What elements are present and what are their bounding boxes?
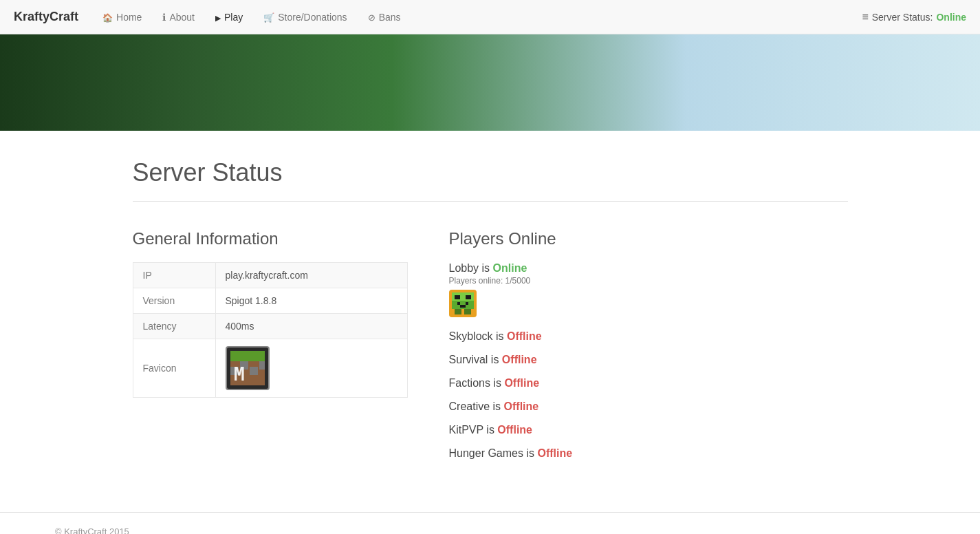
svg-rect-1 [230, 351, 265, 361]
footer: © KraftyCraft 2015 [0, 512, 980, 534]
hero-banner [0, 34, 980, 131]
favicon-image: M [226, 346, 270, 390]
content-columns: General Information IP play.kraftycraft.… [133, 229, 848, 471]
server-entry-hungergames: Hunger Games is Offline [449, 447, 848, 460]
factions-status: Offline [504, 377, 539, 389]
nav-item-play[interactable]: Play [205, 0, 253, 34]
title-divider [133, 201, 848, 202]
nav-label-about: About [169, 12, 195, 23]
server-entry-survival: Survival is Offline [449, 354, 848, 366]
server-entry-lobby: Lobby is Online Players online: 1/5000 [449, 262, 848, 319]
server-entry-kitpvp: KitPVP is Offline [449, 424, 848, 436]
svg-rect-17 [464, 309, 471, 314]
status-label: Server Status: [872, 12, 933, 23]
nav-label-play: Play [224, 12, 243, 23]
nav-item-home[interactable]: Home [92, 0, 152, 34]
table-row-latency: Latency 400ms [133, 314, 407, 339]
brand-logo[interactable]: KraftyCraft [14, 10, 78, 24]
page-title: Server Status [133, 158, 848, 187]
nav-label-store: Store/Donations [278, 12, 347, 23]
lobby-name: Lobby is Online [449, 262, 848, 275]
players-online-section: Players Online Lobby is Online Players o… [449, 229, 848, 471]
lobby-status: Online [493, 262, 527, 274]
favicon-label: Favicon [133, 339, 215, 398]
store-icon [263, 12, 274, 23]
ban-icon [368, 12, 375, 23]
svg-rect-13 [457, 302, 460, 305]
nav-label-bans: Bans [379, 12, 401, 23]
skyblock-status: Offline [507, 330, 542, 342]
version-value: Spigot 1.8.8 [215, 288, 407, 314]
nav-menu: Home About Play Store/Donations Bans [92, 0, 862, 34]
svg-rect-11 [455, 295, 460, 299]
nav-label-home: Home [116, 12, 142, 23]
svg-rect-14 [466, 302, 468, 305]
server-entry-factions: Factions is Offline [449, 377, 848, 389]
info-icon [162, 12, 166, 23]
server-status-nav: Server Status: Online [862, 11, 966, 23]
lobby-players: Players online: 1/5000 [449, 276, 848, 286]
info-table: IP play.kraftycraft.com Version Spigot 1… [133, 262, 408, 398]
lobby-player-avatar [449, 290, 848, 319]
status-value: Online [936, 12, 966, 23]
svg-rect-15 [460, 305, 466, 308]
players-online-heading: Players Online [449, 229, 848, 248]
hungergames-name: Hunger Games is Offline [449, 447, 848, 460]
latency-label: Latency [133, 314, 215, 339]
general-info-section: General Information IP play.kraftycraft.… [133, 229, 408, 471]
version-label: Version [133, 288, 215, 314]
skyblock-name: Skyblock is Offline [449, 330, 848, 343]
kitpvp-status: Offline [497, 424, 532, 436]
navbar: KraftyCraft Home About Play Store/Donati… [0, 0, 980, 34]
general-info-heading: General Information [133, 229, 408, 248]
svg-text:M: M [234, 364, 245, 385]
favicon-value: M [215, 339, 407, 398]
server-entry-creative: Creative is Offline [449, 400, 848, 413]
favicon-svg: M [227, 348, 268, 389]
creative-status: Offline [504, 400, 539, 412]
server-entry-skyblock: Skyblock is Offline [449, 330, 848, 343]
svg-rect-12 [466, 295, 471, 299]
table-row-ip: IP play.kraftycraft.com [133, 263, 407, 288]
hungergames-status: Offline [537, 447, 572, 459]
nav-item-about[interactable]: About [152, 0, 205, 34]
nav-item-store[interactable]: Store/Donations [253, 0, 357, 34]
play-icon [215, 12, 221, 23]
svg-rect-16 [455, 309, 461, 314]
ip-value: play.kraftycraft.com [215, 263, 407, 288]
home-icon [102, 12, 113, 23]
ip-label: IP [133, 263, 215, 288]
nav-item-bans[interactable]: Bans [358, 0, 411, 34]
footer-text: © KraftyCraft 2015 [55, 526, 129, 534]
table-row-version: Version Spigot 1.8.8 [133, 288, 407, 314]
factions-name: Factions is Offline [449, 377, 848, 389]
survival-status: Offline [502, 354, 537, 365]
list-icon [862, 11, 868, 23]
survival-name: Survival is Offline [449, 354, 848, 366]
svg-rect-5 [250, 367, 258, 375]
svg-rect-6 [259, 361, 265, 370]
main-content: Server Status General Information IP pla… [78, 131, 903, 512]
table-row-favicon: Favicon [133, 339, 407, 398]
kitpvp-name: KitPVP is Offline [449, 424, 848, 436]
latency-value: 400ms [215, 314, 407, 339]
creative-name: Creative is Offline [449, 400, 848, 413]
